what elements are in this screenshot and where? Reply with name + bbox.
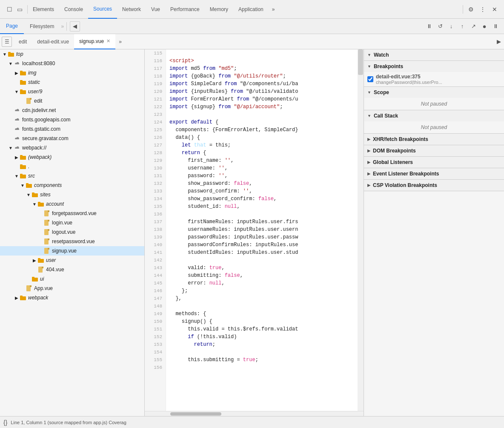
tab-network[interactable]: Network (117, 0, 146, 19)
tree-item-edit[interactable]: edit (0, 96, 144, 106)
nav-back-icon[interactable]: ◀ (70, 21, 80, 32)
scrollbar-thumb-vertical[interactable] (358, 49, 363, 75)
deactivate-breakpoints-icon[interactable]: ● (479, 21, 490, 32)
code-line[interactable]: studentIdRules: inputRules.user.stud (169, 249, 354, 256)
panel-section-header-scope[interactable]: ▼Scope (364, 87, 504, 98)
code-line[interactable]: this.valid = this.$refs.form.validat (169, 325, 354, 333)
tree-item-static[interactable]: static (0, 78, 144, 87)
code-line[interactable] (169, 364, 354, 371)
file-tab-detail-edit[interactable]: detail-edit.vue (32, 34, 74, 49)
tree-item-webpack[interactable]: ▼webpack:// (0, 143, 144, 152)
code-line[interactable]: import {goBack} from "@/utils/router"; (169, 72, 354, 80)
tab-vue[interactable]: Vue (146, 0, 165, 19)
tree-item-cdn[interactable]: cdn.jsdelivr.net (0, 106, 144, 115)
code-line[interactable]: export default { (169, 118, 354, 126)
tab-more[interactable]: » (269, 6, 278, 12)
code-line[interactable]: password: '', (169, 172, 354, 180)
code-line[interactable]: passwordConfirmRules: inputRules.use (169, 241, 354, 249)
pause-icon[interactable]: ⏸ (424, 21, 434, 32)
tree-item-forgetpassword[interactable]: forgetpassword.vue (0, 209, 144, 218)
code-line[interactable]: password_confirm: '', (169, 187, 354, 195)
code-line[interactable]: this.submitting = true; (169, 356, 354, 364)
code-line[interactable]: firstNameRules: inputRules.user.firs (169, 218, 354, 226)
panel-section-header-global_listeners[interactable]: ▶Global Listeners (364, 157, 504, 168)
code-line[interactable]: return { (169, 149, 354, 157)
file-tab-edit[interactable]: edit (14, 34, 32, 49)
code-line[interactable]: import md5 from "md5"; (169, 65, 354, 72)
code-line[interactable] (169, 302, 354, 310)
tree-item-fonts-google[interactable]: fonts.googleapis.com (0, 115, 144, 124)
code-line[interactable]: signup() { (169, 318, 354, 325)
panel-section-header-watch[interactable]: ▼Watch (364, 49, 504, 60)
step-out-icon[interactable]: ↑ (457, 21, 467, 32)
tree-item-login[interactable]: login.vue (0, 218, 144, 227)
code-line[interactable]: methods: { (169, 310, 354, 318)
close-icon[interactable]: ✕ (490, 5, 499, 14)
tab-sources[interactable]: Sources (88, 0, 117, 19)
tab-console[interactable]: Console (59, 0, 88, 19)
horizontal-scrollbar[interactable] (145, 411, 364, 416)
code-line[interactable]: }; (169, 287, 354, 295)
code-line[interactable]: let that = this; (169, 141, 354, 149)
code-line[interactable]: import SimpleCard from "@/components/ui/… (169, 80, 354, 88)
tree-item-webpack-root[interactable]: ▶webpack (0, 293, 144, 302)
tree-item-user-folder[interactable]: ▶user (0, 256, 144, 265)
code-container[interactable]: 1151161171181191201211221231241251261271… (145, 49, 364, 411)
file-tab-signup[interactable]: signup.vue✕ (74, 34, 115, 49)
code-line[interactable]: import FormErrorAlert from "@/components… (169, 95, 354, 103)
tree-item-components[interactable]: ▼components (0, 181, 144, 190)
tree-item-logout[interactable]: logout.vue (0, 227, 144, 237)
code-line[interactable]: import {inputRules} from "@/utils/valida… (169, 88, 354, 95)
code-line[interactable] (169, 210, 354, 218)
sidebar-toggle-icon[interactable]: ☰ (2, 37, 12, 47)
tree-item-404[interactable]: 404.vue (0, 265, 144, 274)
code-line[interactable]: error: null, (169, 279, 354, 287)
code-line[interactable]: show_password_confirm: false, (169, 195, 354, 203)
panel-section-header-xhr_breakpoints[interactable]: ▶XHR/fetch Breakpoints (364, 134, 504, 145)
device-icon[interactable]: ▭ (15, 5, 24, 14)
tree-item-img[interactable]: ▶img (0, 68, 144, 78)
code-line[interactable]: data() { (169, 134, 354, 141)
code-line[interactable]: passwordRules: inputRules.user.passw (169, 233, 354, 241)
code-line[interactable]: }, (169, 295, 354, 302)
scrollbar-thumb-horizontal[interactable] (170, 412, 221, 416)
tree-item-appvue[interactable]: App.vue (0, 284, 144, 293)
code-line[interactable]: show_password: false, (169, 180, 354, 187)
tree-item-ui[interactable]: ui (0, 274, 144, 284)
code-line[interactable] (169, 111, 354, 118)
panel-section-header-breakpoints[interactable]: ▼Breakpoints (364, 61, 504, 72)
vertical-scrollbar[interactable] (358, 49, 364, 411)
panel-section-header-event_listener_breakpoints[interactable]: ▶Event Listener Breakpoints (364, 168, 504, 179)
tree-item-user9[interactable]: ▼user/9 (0, 87, 144, 96)
tree-item-sites[interactable]: ▼sites (0, 190, 144, 199)
tree-item-dot[interactable]: . (0, 162, 144, 171)
pause-on-exceptions-icon[interactable]: ⏸ (490, 21, 501, 32)
file-tab-close-icon[interactable]: ✕ (106, 38, 110, 44)
code-line[interactable]: import {signup} from "@/api/account"; (169, 103, 354, 111)
file-tabs-more[interactable]: » (115, 39, 125, 45)
tree-item-localhost[interactable]: ▼localhost:8080 (0, 59, 144, 68)
tree-item-account[interactable]: ▼account (0, 199, 144, 209)
code-line[interactable]: first_name: '', (169, 157, 354, 164)
tree-item-fonts-gstatic[interactable]: fonts.gstatic.com (0, 124, 144, 134)
panel-section-header-csp_violation[interactable]: ▶CSP Violation Breakpoints (364, 180, 504, 191)
code-line[interactable] (169, 256, 354, 264)
tab-page[interactable]: Page (0, 19, 24, 34)
play-icon[interactable]: ▶ (494, 37, 504, 47)
tree-item-webpack-pkg[interactable]: ▶(webpack) (0, 152, 144, 162)
settings-icon[interactable]: ⚙ (467, 5, 475, 14)
tab-elements[interactable]: Elements (28, 0, 59, 19)
tree-item-gravatar[interactable]: secure.gravatar.com (0, 134, 144, 143)
step-over-icon[interactable]: ↺ (435, 21, 445, 32)
code-line[interactable]: submitting: false, (169, 272, 354, 279)
code-line[interactable]: usernameRules: inputRules.user.usern (169, 226, 354, 233)
code-line[interactable]: valid: true, (169, 264, 354, 272)
breakpoint-checkbox[interactable] (367, 76, 373, 82)
code-line[interactable]: student_id: null, (169, 203, 354, 210)
tab-application[interactable]: Application (233, 0, 269, 19)
more-options-icon[interactable]: ⋮ (478, 5, 487, 14)
tree-item-top[interactable]: ▼top (0, 49, 144, 59)
code-line[interactable]: return; (169, 341, 354, 348)
tab-memory[interactable]: Memory (205, 0, 233, 19)
code-line[interactable] (169, 49, 354, 57)
